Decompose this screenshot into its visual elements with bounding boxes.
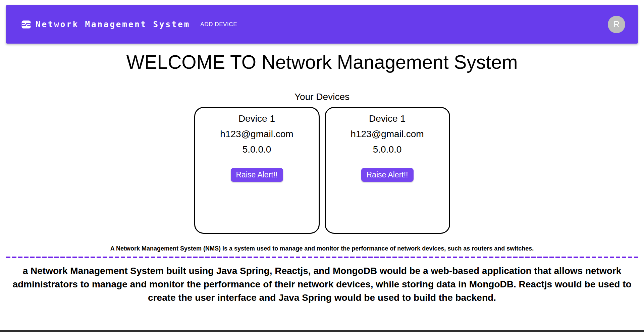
user-avatar[interactable]: R (608, 16, 625, 33)
raise-alert-button[interactable]: Raise Alert!! (231, 168, 283, 182)
nms-description-text: a Network Management System built using … (7, 264, 637, 305)
device-name: Device 1 (195, 113, 319, 124)
page-title: WELCOME TO Network Management System (6, 51, 638, 73)
device-ip: 5.0.0.0 (195, 144, 319, 155)
device-card-list: Device 1 h123@gmail.com 5.0.0.0 Raise Al… (6, 107, 638, 234)
device-card: Device 1 h123@gmail.com 5.0.0.0 Raise Al… (325, 107, 450, 234)
nms-summary-text: A Network Management System (NMS) is a s… (6, 245, 638, 252)
device-ip: 5.0.0.0 (326, 144, 449, 155)
dashed-divider (6, 257, 638, 258)
main-content: WELCOME TO Network Management System You… (6, 51, 638, 305)
devices-section-label: Your Devices (6, 92, 638, 102)
app-title: Network Management System (36, 20, 190, 29)
window-bottom-edge (0, 330, 644, 332)
app-header: Network Management System ADD DEVICE R (6, 5, 638, 44)
nav-add-device[interactable]: ADD DEVICE (200, 21, 237, 28)
device-email: h123@gmail.com (195, 129, 319, 140)
device-card: Device 1 h123@gmail.com 5.0.0.0 Raise Al… (194, 107, 320, 234)
raise-alert-button[interactable]: Raise Alert!! (361, 168, 414, 182)
device-name: Device 1 (326, 113, 449, 124)
screen: Network Management System ADD DEVICE R W… (0, 0, 644, 332)
pulse-monitor-icon (21, 20, 31, 29)
device-email: h123@gmail.com (326, 129, 449, 140)
